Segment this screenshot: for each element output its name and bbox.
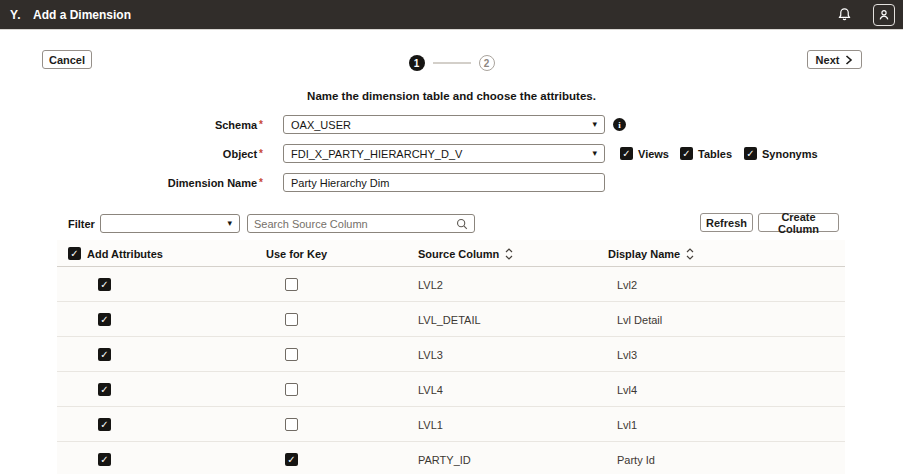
add-dimension-page: Y. Add a Dimension Cancel 1 2 Next Name … [0, 0, 903, 474]
bell-icon [837, 7, 852, 22]
views-label: Views [638, 148, 669, 160]
chevron-right-icon [845, 55, 853, 65]
source-column-cell: LVL_DETAIL [418, 302, 481, 337]
source-column-cell: LVL2 [418, 267, 443, 302]
source-column-cell: LVL4 [418, 372, 443, 407]
dimension-name-label: Dimension Name* [120, 177, 263, 189]
step-indicator: 1 2 [0, 55, 903, 71]
add-attribute-checkbox[interactable] [98, 418, 111, 431]
app-logo: Y. [10, 8, 21, 22]
display-name-cell: Lvl3 [617, 337, 637, 372]
add-attribute-checkbox[interactable] [98, 453, 111, 466]
add-attribute-checkbox[interactable] [98, 383, 111, 396]
table-row: LVL4 Lvl4 [57, 372, 845, 407]
required-asterisk: * [259, 119, 263, 130]
add-attributes-header-label: Add Attributes [87, 248, 163, 260]
table-row: LVL2 Lvl2 [57, 267, 845, 302]
schema-select[interactable]: OAX_USER ▾ [283, 115, 605, 134]
step-2[interactable]: 2 [479, 55, 495, 71]
refresh-button[interactable]: Refresh [700, 213, 753, 232]
display-name-cell: Lvl Detail [617, 302, 662, 337]
source-column-header-label: Source Column [418, 248, 499, 260]
search-icon [456, 218, 468, 230]
synonyms-label: Synonyms [762, 148, 818, 160]
synonyms-checkbox[interactable] [744, 147, 757, 160]
filter-select[interactable]: ▾ [100, 214, 240, 233]
use-for-key-checkbox[interactable] [285, 313, 298, 326]
notifications-button[interactable] [833, 4, 855, 26]
filter-label: Filter [68, 218, 95, 230]
schema-value: OAX_USER [291, 119, 351, 131]
required-asterisk: * [259, 177, 263, 188]
synonyms-checkbox-group[interactable]: Synonyms [744, 147, 818, 160]
user-icon [877, 8, 891, 22]
use-for-key-checkbox[interactable] [285, 383, 298, 396]
use-for-key-header: Use for Key [266, 240, 327, 267]
source-column-cell: PARTY_ID [418, 442, 471, 474]
sort-icon[interactable] [686, 248, 694, 260]
add-attribute-checkbox[interactable] [98, 348, 111, 361]
object-value: FDI_X_PARTY_HIERARCHY_D_V [291, 148, 462, 160]
display-name-cell: Lvl4 [617, 372, 637, 407]
search-input[interactable] [254, 218, 456, 230]
use-for-key-checkbox[interactable] [285, 278, 298, 291]
schema-label: Schema* [150, 119, 263, 131]
page-title: Add a Dimension [33, 8, 131, 22]
source-column-cell: LVL3 [418, 337, 443, 372]
step-connector [433, 62, 471, 64]
chevron-down-icon: ▾ [592, 120, 597, 129]
source-column-cell: LVL1 [418, 407, 443, 442]
display-name-cell: Lvl2 [617, 267, 637, 302]
tables-checkbox[interactable] [680, 147, 693, 160]
views-checkbox[interactable] [620, 147, 633, 160]
object-select[interactable]: FDI_X_PARTY_HIERARCHY_D_V ▾ [283, 144, 605, 163]
table-row: LVL_DETAIL Lvl Detail [57, 302, 845, 337]
search-source-column[interactable] [247, 214, 475, 233]
source-column-header[interactable]: Source Column [418, 240, 513, 267]
step-1[interactable]: 1 [409, 55, 425, 71]
dimension-name-input[interactable]: Party Hierarchy Dim [283, 173, 605, 192]
add-attribute-checkbox[interactable] [98, 278, 111, 291]
next-button-label: Next [816, 54, 840, 66]
table-row: LVL1 Lvl1 [57, 407, 845, 442]
user-menu-button[interactable] [873, 4, 895, 26]
display-name-cell: Lvl1 [617, 407, 637, 442]
views-checkbox-group[interactable]: Views [620, 147, 669, 160]
dimension-name-value: Party Hierarchy Dim [291, 177, 389, 189]
use-for-key-checkbox[interactable] [285, 348, 298, 361]
top-bar: Y. Add a Dimension [0, 0, 903, 29]
tables-label: Tables [698, 148, 732, 160]
object-label: Object* [150, 148, 263, 160]
display-name-cell: Party Id [617, 442, 655, 474]
table-header-row: Add Attributes Use for Key Source Column… [57, 240, 845, 267]
info-icon[interactable]: i [613, 118, 626, 131]
table-body: LVL2 Lvl2 LVL_DETAIL Lvl Detail LVL3 Lvl… [57, 267, 845, 474]
use-for-key-checkbox[interactable] [285, 453, 298, 466]
instruction-text: Name the dimension table and choose the … [0, 90, 903, 102]
tables-checkbox-group[interactable]: Tables [680, 147, 732, 160]
table-row: LVL3 Lvl3 [57, 337, 845, 372]
chevron-down-icon: ▾ [227, 219, 232, 228]
add-attribute-checkbox[interactable] [98, 313, 111, 326]
sort-icon[interactable] [505, 248, 513, 260]
chevron-down-icon: ▾ [592, 149, 597, 158]
add-attributes-header: Add Attributes [68, 240, 163, 267]
attributes-table: Add Attributes Use for Key Source Column… [57, 240, 845, 474]
display-name-header-label: Display Name [608, 248, 680, 260]
table-row: PARTY_ID Party Id [57, 442, 845, 474]
create-column-button[interactable]: Create Column [758, 213, 839, 232]
required-asterisk: * [259, 148, 263, 159]
use-for-key-checkbox[interactable] [285, 418, 298, 431]
select-all-checkbox[interactable] [68, 247, 81, 260]
display-name-header[interactable]: Display Name [608, 240, 694, 267]
next-button[interactable]: Next [807, 50, 862, 69]
